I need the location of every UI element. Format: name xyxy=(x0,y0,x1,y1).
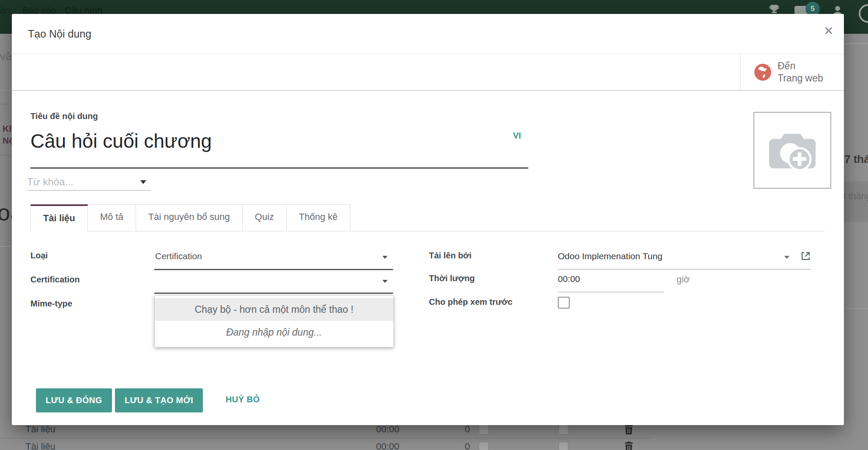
duration-label: Thời lượng xyxy=(429,274,475,283)
row-checkbox xyxy=(479,425,489,434)
bg-divider xyxy=(844,43,868,44)
tab-thống-kê[interactable]: Thống kê xyxy=(286,204,350,231)
language-badge[interactable]: VI xyxy=(513,131,521,141)
duration-underline xyxy=(558,292,664,293)
bg-date-partial: 7 thá xyxy=(844,153,868,166)
chevron-down-icon[interactable] xyxy=(784,256,789,259)
certification-underline xyxy=(154,293,393,294)
trash-icon xyxy=(625,442,633,450)
modal-title: Tạo Nội dung xyxy=(28,14,91,54)
tags-placeholder: Từ khóa... xyxy=(27,176,73,187)
screen: àn Báo cáo Cấu hình 5 văn Kh Nộ oa 7 thá… xyxy=(0,0,868,450)
allow-preview-checkbox[interactable] xyxy=(558,297,570,309)
certification-label: Certification xyxy=(30,275,80,285)
uploaded-by-label: Tải lên bởi xyxy=(429,251,472,260)
header-divider xyxy=(12,54,844,54)
image-upload-placeholder[interactable] xyxy=(753,112,831,189)
type-label: Loại xyxy=(30,251,48,260)
tab-tài-liệu[interactable]: Tài liệu xyxy=(30,204,88,231)
dropdown-option[interactable]: Chạy bộ - hơn cả một môn thể thao ! xyxy=(155,298,393,321)
go-to-website-label: Đến Trang web xyxy=(778,60,823,84)
tab-tài-nguyên-bổ-sung[interactable]: Tài nguyên bổ sung xyxy=(136,204,243,231)
title-underline xyxy=(30,167,528,169)
create-content-modal: Tạo Nội dung ✕ Đến Trang web Tiêu đề nội… xyxy=(12,14,844,425)
title-label: Tiêu đề nội dung xyxy=(30,111,98,121)
chevron-down-icon[interactable] xyxy=(382,280,388,283)
close-icon[interactable]: ✕ xyxy=(824,25,834,37)
statusbar-divider xyxy=(12,90,844,91)
certification-dropdown: Chạy bộ - hơn cả một môn thể thao !Đang … xyxy=(154,295,394,347)
bg-divider xyxy=(844,308,868,309)
tab-quiz[interactable]: Quiz xyxy=(242,204,287,231)
clock-icon xyxy=(859,4,868,23)
table-cell: Tài liệu xyxy=(25,438,55,450)
external-link-icon[interactable] xyxy=(800,251,811,263)
cancel-button[interactable]: HUỶ BỎ xyxy=(223,394,262,405)
bg-divider xyxy=(0,104,12,104)
type-select[interactable]: Certification xyxy=(155,251,202,261)
chevron-down-icon[interactable] xyxy=(382,256,388,259)
notebook-tabs: Tài liệuMô tảTài nguyên bổ sungQuizThống… xyxy=(30,204,350,231)
uploaded-by-underline xyxy=(558,269,811,270)
type-underline xyxy=(154,269,393,270)
save-new-button[interactable]: LƯU & TẠO MỚI xyxy=(115,388,203,412)
row-checkbox xyxy=(559,425,568,434)
uploaded-by-select[interactable]: Odoo Implemenation Tung xyxy=(558,251,663,261)
row-checkbox xyxy=(559,442,568,450)
duration-unit: giờ xyxy=(677,274,690,285)
go-to-website-button[interactable]: Đến Trang web xyxy=(740,54,844,90)
bg-divider xyxy=(0,90,12,90)
table-cell: 00:00 xyxy=(338,438,399,450)
bg-divider xyxy=(0,246,12,247)
title-input[interactable]: Câu hỏi cuối chương xyxy=(30,130,212,152)
table-cell: 0 xyxy=(444,438,470,450)
tags-underline xyxy=(27,190,151,191)
chevron-down-icon xyxy=(140,180,146,184)
tags-input[interactable]: Từ khóa... xyxy=(27,174,151,190)
bg-subtext-partial: t tháng xyxy=(843,191,868,202)
topbar-menu-partial: àn xyxy=(0,5,10,16)
table-row: Tài liệu00:000 xyxy=(0,438,651,450)
mime-type-label: Mime-type xyxy=(30,299,72,309)
globe-icon xyxy=(754,64,771,81)
trash-icon xyxy=(625,424,633,436)
allow-preview-label: Cho phép xem trước xyxy=(429,297,513,307)
bg-divider xyxy=(0,155,12,155)
save-close-button[interactable]: LƯU & ĐÓNG xyxy=(36,388,112,412)
dropdown-option[interactable]: Đang nhập nội dung... xyxy=(155,321,393,344)
camera-icon xyxy=(765,127,820,173)
row-checkbox xyxy=(479,442,489,450)
duration-input[interactable]: 00:00 xyxy=(558,274,580,284)
tab-mô-tả[interactable]: Mô tả xyxy=(87,204,136,231)
